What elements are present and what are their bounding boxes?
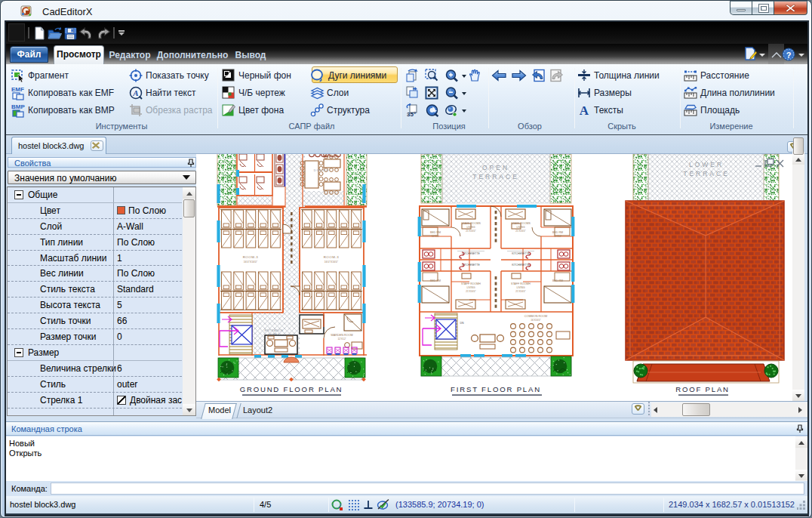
svg-text:FIRST FLOOR PLAN: FIRST FLOOR PLAN xyxy=(451,385,541,393)
svg-text:21'X16'0": 21'X16'0" xyxy=(515,290,525,293)
svg-text:STAFF ROOMH: STAFF ROOMH xyxy=(461,282,481,285)
svg-text:EMF: EMF xyxy=(11,86,24,93)
svg-text:STAFF ROOMS: STAFF ROOMS xyxy=(461,222,481,225)
svg-text:10'X12': 10'X12' xyxy=(432,235,440,238)
svg-text:STAFF ROOMS: STAFF ROOMS xyxy=(511,222,531,225)
svg-text:ROOM-3: ROOM-3 xyxy=(324,255,340,259)
svg-text:12'X12': 12'X12' xyxy=(337,338,346,341)
svg-text:DN: DN xyxy=(460,322,464,325)
svg-text:16'0"X16'0": 16'0"X16'0" xyxy=(324,261,339,264)
svg-text:BED RM: BED RM xyxy=(430,279,441,282)
svg-text:21'X16'0": 21'X16'0" xyxy=(515,230,525,233)
svg-text:TERRACE: TERRACE xyxy=(683,170,730,177)
svg-text:LIVING: LIVING xyxy=(516,286,524,289)
svg-text:OPEN: OPEN xyxy=(482,164,509,171)
svg-text:21'X16'0": 21'X16'0" xyxy=(466,290,475,293)
svg-text:KITCHENETTE: KITCHENETTE xyxy=(462,252,480,255)
svg-text:A: A xyxy=(132,88,138,97)
svg-text:ENTRANCE: ENTRANCE xyxy=(265,329,284,332)
svg-text:16'0"X16'0": 16'0"X16'0" xyxy=(244,261,258,264)
svg-text:DINING: DINING xyxy=(314,168,330,172)
svg-text:GROUND FLOOR PLAN: GROUND FLOOR PLAN xyxy=(240,385,343,393)
svg-text:BED RM: BED RM xyxy=(552,279,563,282)
svg-text:A: A xyxy=(580,103,589,117)
svg-text:LIVING: LIVING xyxy=(466,226,475,229)
svg-text:WARDEN ROOM: WARDEN ROOM xyxy=(331,334,353,337)
svg-text:KITCHENETTE: KITCHENETTE xyxy=(462,264,480,267)
svg-text:35°: 35° xyxy=(407,111,416,117)
svg-text:STAFF ROOMH: STAFF ROOMH xyxy=(511,282,531,285)
svg-text:COMMON ROOM: COMMON ROOM xyxy=(524,315,548,318)
svg-text:BED RM: BED RM xyxy=(552,231,563,234)
svg-text:TERRACE: TERRACE xyxy=(472,173,519,180)
svg-text:?: ? xyxy=(786,51,792,60)
svg-text:21'X16'0": 21'X16'0" xyxy=(466,230,475,233)
svg-text:LIVING: LIVING xyxy=(516,226,524,229)
svg-text:ROOM-3: ROOM-3 xyxy=(243,255,259,259)
svg-text:16'X16'0": 16'X16'0" xyxy=(531,319,540,322)
svg-text:KITCHENETTE: KITCHENETTE xyxy=(512,252,530,255)
svg-text:LIVING: LIVING xyxy=(466,286,475,289)
svg-text:KITCHENETTE: KITCHENETTE xyxy=(512,264,530,267)
svg-text:ROOF PLAN: ROOF PLAN xyxy=(675,385,730,393)
svg-text:10'X12': 10'X12' xyxy=(554,235,562,238)
svg-text:LOWER: LOWER xyxy=(689,161,724,168)
svg-text:BMP: BMP xyxy=(11,103,25,110)
svg-text:BED RM: BED RM xyxy=(430,231,441,234)
